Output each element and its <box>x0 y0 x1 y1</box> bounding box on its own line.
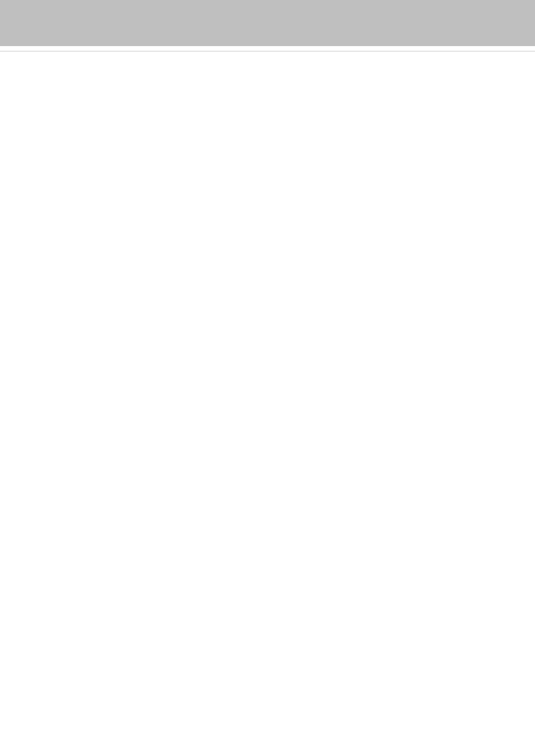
header-band <box>0 0 535 46</box>
content-area: Themes Custom <box>0 51 535 96</box>
